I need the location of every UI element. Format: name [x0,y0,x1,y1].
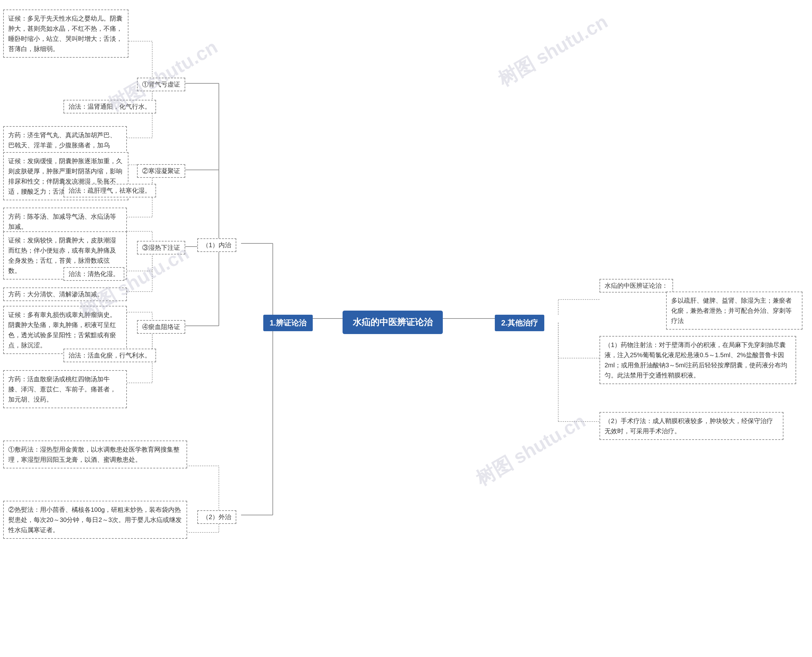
zhifa-text-3: 治法：清热化湿。 [69,270,119,277]
right-sub-2-text: （2）手术疗法：成人鞘膜积液较多，肿块较大，经保守治疗无效时，可采用手术治疗。 [604,417,773,434]
syndrome-node-4: ④瘀血阻络证 [137,320,185,334]
label-neizhi: （1）内治 [197,238,236,252]
zhifa-text-1: 治法：温肾通阳，化气行水。 [69,103,151,110]
right-sub-1-text: （1）药物注射法：对于壁薄而小的积液，在局麻下先穿刺抽尽囊液，注入25%葡萄氯化… [604,341,787,379]
syndrome-label-4: ④瘀血阻络证 [142,323,180,330]
syndrome-node-3: ③湿热下注证 [137,241,185,254]
fangrao-text-3: 方药：大分清饮、清解渗汤加减。 [8,291,103,297]
watermark-2: 树图 shutu.cn [493,9,612,93]
central-node: 水疝的中医辨证论治 [342,311,443,334]
neizhi-label: （1）内治 [202,241,231,249]
syndrome-label-1: ①肾气亏虚证 [142,81,180,88]
zhenghou-text-4: 证候：多有睾丸损伤或睾丸肿瘤病史。阴囊肿大坠痛，睾丸肿痛，积液可呈红色，透光试验… [8,311,116,349]
zhifa-node-1: 治法：温肾通阳，化气行水。 [64,100,156,114]
zhenghou-box-4: 证候：多有睾丸损伤或睾丸肿瘤病史。阴囊肿大坠痛，睾丸肿痛，积液可呈红色，透光试验… [3,306,127,354]
zhifa-node-4: 治法：活血化瘀，行气利水。 [64,349,156,362]
zhifa-node-3: 治法：清热化湿。 [64,267,124,281]
right-sub-2: （2）手术疗法：成人鞘膜积液较多，肿块较大，经保守治疗无效时，可采用手术治疗。 [600,412,784,440]
waizhi-item-1: ①敷药法：湿热型用金黄散，以水调敷患处医学教育网搜集整理，寒湿型用回阳玉龙膏，以… [3,441,187,469]
syndrome-node-2: ②寒湿凝聚证 [137,164,185,178]
zhenghou-text-1: 证候：多见于先天性水疝之婴幼儿。阴囊肿大，甚则亮如水晶，不红不热，不痛，睡卧时缩… [8,15,122,52]
right-main-label-text: 水疝的中医辨证论治： [604,282,668,289]
zhifa-text-2: 治法：疏肝理气，祛寒化湿。 [69,187,151,194]
zhifa-text-4: 治法：活血化瘀，行气利水。 [69,352,151,359]
syndrome-label-2: ②寒湿凝聚证 [142,167,180,174]
fangrao-text-2: 方药：陈苓汤、加减导气汤、水疝汤等加减。 [8,213,116,230]
branch-qita-label: 2.其他治疗 [501,319,538,327]
syndrome-node-1: ①肾气亏虚证 [137,78,185,91]
right-main-label: 水疝的中医辨证论治： [600,279,673,293]
right-main-content: 多以疏肝、健脾、益肾、除湿为主；兼瘀者化瘀，兼热者泄热；并可配合外治、穿刺等疗法 [666,291,803,330]
label-waizhi: （2）外治 [197,510,236,524]
right-sub-1: （1）药物注射法：对于壁薄而小的积液，在局麻下先穿刺抽尽囊液，注入25%葡萄氯化… [600,336,796,384]
branch-node-bianzhen: 1.辨证论治 [263,315,313,331]
branch-node-qita: 2.其他治疗 [495,315,544,331]
branch-bianzhen-label: 1.辨证论治 [270,319,306,327]
waizhi-text-1: ①敷药法：湿热型用金黄散，以水调敷患处医学教育网搜集整理，寒湿型用回阳玉龙膏，以… [8,446,180,463]
waizhi-item-2: ②热熨法：用小茴香、橘核各100g，研粗末炒热，装布袋内热熨患处，每次20～30… [3,501,187,539]
watermark-4: 树图 shutu.cn [472,408,590,492]
central-label: 水疝的中医辨证论治 [353,317,433,327]
fangrao-text-4: 方药：活血散瘀汤或桃红四物汤加牛膝、泽泻、薏苡仁、车前子。痛甚者，加元胡、没药。 [8,375,116,403]
waizhi-label: （2）外治 [202,514,231,520]
syndrome-label-3: ③湿热下注证 [142,244,180,251]
zhifa-node-2: 治法：疏肝理气，祛寒化湿。 [64,184,156,198]
right-main-content-text: 多以疏肝、健脾、益肾、除湿为主；兼瘀者化瘀，兼热者泄热；并可配合外治、穿刺等疗法 [671,297,792,324]
mindmap-container: 树图 shutu.cn 树图 shutu.cn 树图 shutu.cn 树图 s… [0,0,812,657]
zhenghou-box-1: 证候：多见于先天性水疝之婴幼儿。阴囊肿大，甚则亮如水晶，不红不热，不痛，睡卧时缩… [3,9,128,58]
waizhi-text-2: ②热熨法：用小茴香、橘核各100g，研粗末炒热，装布袋内热熨患处，每次20～30… [8,506,182,533]
fangrao-node-3: 方药：大分清饮、清解渗汤加减。 [3,288,127,301]
fangrao-box-4: 方药：活血散瘀汤或桃红四物汤加牛膝、泽泻、薏苡仁、车前子。痛甚者，加元胡、没药。 [3,370,127,408]
